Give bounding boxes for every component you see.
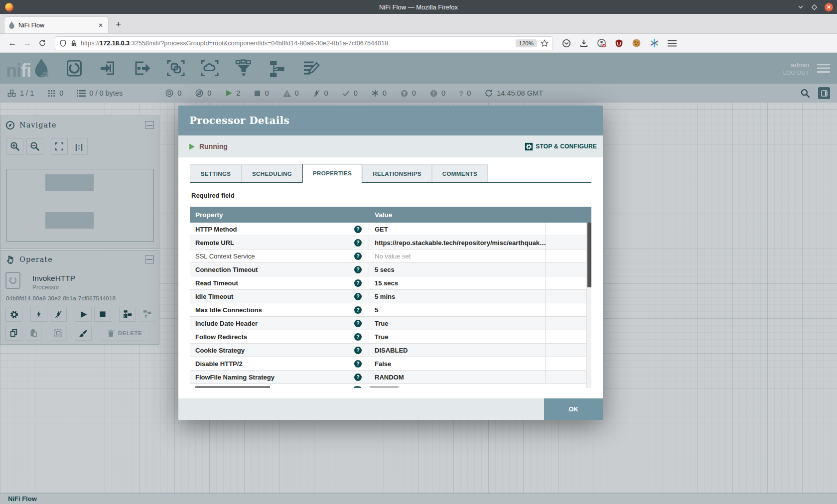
table-row[interactable]: Connection Timeout?5 secs	[190, 263, 591, 276]
help-icon[interactable]: ?	[354, 360, 362, 368]
help-icon[interactable]: ?	[354, 239, 362, 247]
help-icon[interactable]: ?	[354, 347, 362, 354]
asterisk-extension-icon[interactable]	[650, 38, 659, 48]
table-row[interactable]: FlowFile Naming Strategy?RANDOM	[190, 371, 591, 384]
help-icon[interactable]: ?	[354, 374, 362, 381]
ok-button[interactable]: OK	[544, 398, 603, 420]
help-icon[interactable]: ?	[354, 293, 362, 300]
table-row[interactable]: Cookie Strategy?DISABLED	[190, 344, 591, 357]
dialog-title: Processor Details	[189, 115, 289, 126]
table-header: Property Value	[190, 207, 591, 223]
help-icon[interactable]: ?	[354, 279, 362, 287]
tab-properties[interactable]: PROPERTIES	[302, 164, 362, 183]
table-row[interactable]: Remote URL?https://repo.stackable.tech/r…	[190, 236, 591, 250]
stop-and-configure-label: STOP & CONFIGURE	[536, 143, 597, 150]
forward-button[interactable]: →	[20, 38, 35, 48]
ublock-icon[interactable]	[615, 39, 623, 48]
help-icon[interactable]: ?	[354, 333, 362, 341]
dialog-tabs: SETTINGS SCHEDULING PROPERTIES RELATIONS…	[190, 164, 591, 183]
reload-button[interactable]	[35, 39, 50, 47]
dialog-header: Processor Details	[178, 106, 603, 135]
window-titlebar: NiFi Flow — Mozilla Firefox ✕	[0, 0, 837, 14]
scrollbar-thumb[interactable]	[587, 223, 591, 287]
browser-tab[interactable]: NiFi Flow ✕	[4, 16, 109, 33]
tab-title: NiFi Flow	[18, 22, 94, 29]
new-tab-button[interactable]: +	[116, 19, 121, 30]
stop-and-configure-button[interactable]: STOP & CONFIGURE	[525, 142, 597, 151]
url-bar[interactable]: https://172.18.0.3:32558/nifi/?processGr…	[55, 36, 553, 50]
maximize-icon[interactable]	[811, 4, 818, 10]
shield-icon[interactable]	[59, 39, 67, 47]
table-row[interactable]: Include Date Header?True	[190, 317, 591, 330]
account-extension-icon[interactable]	[597, 38, 606, 48]
bookmark-star-icon[interactable]	[541, 39, 549, 47]
required-field-note: Required field	[191, 192, 235, 199]
column-property: Property	[190, 211, 369, 219]
cookie-extension-icon[interactable]	[632, 38, 641, 48]
minimize-icon[interactable]	[797, 3, 804, 10]
properties-table: Property Value HTTP Method?GET Remote UR…	[190, 207, 591, 388]
dialog-status-row: Running STOP & CONFIGURE	[178, 135, 603, 157]
pocket-icon[interactable]	[562, 39, 571, 48]
dialog-footer: OK	[178, 398, 603, 420]
tab-settings[interactable]: SETTINGS	[190, 164, 242, 182]
run-status-label: Running	[199, 142, 228, 150]
help-icon[interactable]: ?	[354, 266, 362, 273]
tab-scheduling[interactable]: SCHEDULING	[242, 164, 302, 182]
table-scrollbar[interactable]	[586, 223, 591, 388]
tab-close-icon[interactable]: ✕	[97, 22, 104, 29]
nifi-page: nifi admin LOG OUT 1 / 1 0 0 / 0 bytes 0…	[0, 53, 837, 504]
tab-comments[interactable]: COMMENTS	[432, 164, 488, 182]
table-row[interactable]: Idle Timeout?5 mins	[190, 290, 591, 303]
page-zoom-badge[interactable]: 120%	[516, 39, 537, 47]
table-row[interactable]: Max Idle Connections?5	[190, 303, 591, 317]
download-icon[interactable]	[579, 39, 588, 48]
column-value: Value	[369, 211, 392, 219]
url-text: https://172.18.0.3:32558/nifi/?processGr…	[81, 40, 512, 47]
back-button[interactable]: ←	[5, 38, 20, 48]
window-title: NiFi Flow — Mozilla Firefox	[0, 3, 837, 11]
tab-strip: NiFi Flow ✕ +	[0, 14, 837, 34]
help-icon[interactable]: ?	[354, 226, 362, 233]
close-button[interactable]: ✕	[825, 3, 833, 11]
nifi-favicon	[8, 21, 15, 29]
configure-gear-icon	[525, 142, 533, 151]
lock-icon[interactable]	[70, 39, 77, 47]
menu-hamburger-icon[interactable]	[668, 39, 677, 47]
tab-relationships[interactable]: RELATIONSHIPS	[362, 164, 432, 182]
running-icon	[188, 143, 195, 150]
help-icon[interactable]: ?	[354, 306, 362, 314]
processor-details-dialog: Processor Details Running STOP & CONFIGU…	[178, 106, 603, 420]
help-icon[interactable]: ?	[354, 252, 362, 260]
navigation-toolbar: ← → https://172.18.0.3:32558/nifi/?proce…	[0, 34, 837, 53]
table-row[interactable]: Follow Redirects?True	[190, 330, 591, 344]
table-row[interactable]: Disable HTTP/2?False	[190, 357, 591, 371]
table-row[interactable]: HTTP Method?GET	[190, 223, 591, 236]
table-row[interactable]: Read Timeout?15 secs	[190, 276, 591, 290]
table-row[interactable]: SSL Context Service?No value set	[190, 250, 591, 263]
help-icon[interactable]: ?	[354, 320, 362, 327]
table-row-clipped	[190, 384, 591, 388]
